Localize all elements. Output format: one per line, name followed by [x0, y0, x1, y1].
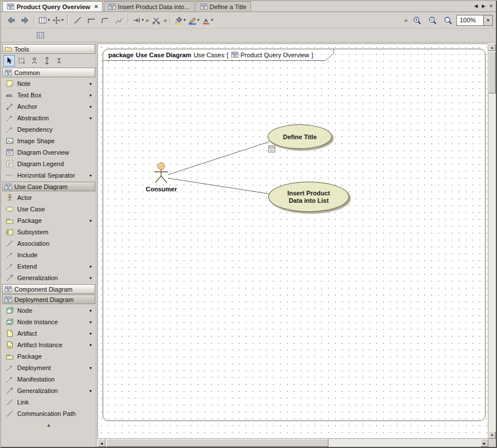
chevron-down-icon[interactable]: ▾ — [89, 104, 92, 109]
drag-mode-button[interactable]: ▾ — [51, 14, 65, 26]
zoom-out-button[interactable] — [425, 14, 439, 26]
previous-tab-button[interactable]: ◀ — [474, 3, 478, 9]
zoom-fit-button[interactable] — [441, 14, 455, 26]
usecase-define-title[interactable]: Define Title — [268, 124, 332, 149]
palette-item-link[interactable]: Link — [2, 396, 95, 408]
forward-button[interactable] — [18, 14, 32, 26]
palette-item-node[interactable]: Node▾ — [2, 305, 95, 316]
palette-item-actor[interactable]: Actor — [2, 192, 95, 203]
palette-item-image-shape[interactable]: Image Shape — [2, 135, 95, 147]
overflow-chevron[interactable]: » — [146, 17, 149, 23]
chevron-down-icon[interactable]: ▾ — [89, 173, 92, 178]
palette-item-generalization[interactable]: Generalization▾ — [2, 272, 95, 284]
zoom-level-combobox[interactable]: 100% ▼ — [456, 15, 493, 26]
palette-item-deployment[interactable]: Deployment▾ — [2, 362, 95, 374]
chevron-down-icon[interactable]: ▾ — [89, 218, 92, 223]
rectilinear-path-button[interactable] — [84, 14, 98, 26]
scroll-down-arrow[interactable]: ▼ — [488, 431, 496, 439]
palette-item-label: Package — [17, 353, 42, 360]
people-tool-button[interactable] — [29, 55, 40, 66]
diagram-canvas[interactable]: package Use Case Diagram Use Cases [ Pro… — [97, 44, 488, 439]
palette-item-use-case[interactable]: Use Case — [2, 203, 95, 215]
palette-item-extend[interactable]: Extend▾ — [2, 261, 95, 272]
vertical-scrollbar-thumb[interactable] — [488, 52, 496, 93]
scroll-left-arrow[interactable]: ◀ — [97, 439, 105, 447]
overflow-chevron[interactable]: » — [404, 17, 408, 23]
chevron-down-icon[interactable]: ▾ — [89, 308, 92, 313]
chevron-down-icon[interactable]: ▾ — [89, 81, 92, 87]
palette-section-component-diagram[interactable]: Component Diagram — [2, 284, 95, 294]
palette-item-diagram-legend[interactable]: Diagram Legend — [2, 158, 95, 170]
oblique-path-button[interactable] — [71, 14, 84, 26]
palette-item-dependency[interactable]: Dependency — [2, 124, 95, 135]
next-tab-button[interactable]: ▶ — [482, 3, 485, 9]
chevron-down-icon: ▾ — [48, 18, 50, 22]
font-color-button[interactable]: A▾ — [201, 14, 214, 26]
palette-collapse-button[interactable]: ▲ — [29, 422, 69, 428]
palette-item-package[interactable]: Package▾ — [2, 215, 95, 226]
close-tab-icon[interactable]: × — [94, 3, 97, 10]
usecase-insert-product-data[interactable]: Insert Product Data into List — [268, 182, 349, 212]
palette-item-node-instance[interactable]: Node Instance▾ — [2, 316, 95, 328]
custom-path-button[interactable] — [112, 14, 126, 26]
dependency-tool-button[interactable]: ▾ — [131, 14, 145, 26]
palette-item-note[interactable]: Note▾ — [2, 78, 95, 89]
palette-item-communication-path[interactable]: Communication Path — [2, 408, 95, 419]
select-tool-button[interactable] — [3, 55, 15, 66]
overflow-chevron[interactable]: » — [164, 17, 167, 23]
vertical-scrollbar[interactable]: ▲ ▼ — [488, 44, 496, 439]
chevron-down-icon[interactable]: ▾ — [89, 331, 92, 336]
chevron-down-icon[interactable]: ▼ — [483, 15, 492, 25]
actor-consumer[interactable] — [153, 162, 169, 184]
zoom-in-button[interactable] — [410, 14, 424, 26]
swimlanes-button[interactable]: ▾ — [37, 14, 51, 26]
tab-product-query-overview[interactable]: Product Query Overview × — [2, 1, 103, 11]
frame-close-bracket: ] — [311, 52, 313, 58]
back-button[interactable] — [4, 14, 18, 26]
commpath-icon — [6, 410, 14, 418]
palette-section-use-case-diagram[interactable]: Use Case Diagram — [2, 182, 95, 191]
chevron-down-icon[interactable]: ▾ — [89, 264, 92, 269]
close-all-tabs-button[interactable]: × — [490, 3, 493, 9]
tab-insert-product-data[interactable]: Insert Product Data into... — [104, 1, 194, 11]
palette-item-package[interactable]: Package — [2, 351, 95, 362]
align-tool-button[interactable] — [41, 55, 53, 66]
rounded-path-button[interactable] — [98, 14, 112, 26]
linked-diagram-badge[interactable] — [268, 146, 276, 153]
horizontal-scrollbar[interactable]: ◀ ▶ — [97, 439, 488, 447]
zoom-level-value: 100% — [460, 17, 476, 23]
palette-item-artifact[interactable]: Artifact▾ — [2, 328, 95, 339]
chevron-down-icon[interactable]: ▾ — [89, 276, 92, 281]
chevron-down-icon[interactable]: ▾ — [89, 366, 92, 371]
summary-tool-button[interactable]: Σ — [54, 55, 65, 66]
diagram-elements-button[interactable] — [33, 29, 47, 42]
palette-item-include[interactable]: Include — [2, 249, 95, 261]
palette-item-subsystem[interactable]: Subsystem — [2, 226, 95, 238]
palette-item-manifestation[interactable]: Manifestation — [2, 374, 95, 385]
palette-section-tools[interactable]: Tools — [2, 44, 95, 54]
palette-item-diagram-overview[interactable]: Diagram Overview — [2, 147, 95, 158]
chevron-down-icon[interactable]: ▾ — [89, 116, 92, 121]
palette-item-association[interactable]: Association — [2, 238, 95, 249]
palette-item-text-box[interactable]: abcText Box▾ — [2, 89, 95, 101]
chevron-down-icon[interactable]: ▾ — [89, 93, 92, 98]
palette-item-artifact-instance[interactable]: Artifact Instance▾ — [2, 339, 95, 351]
line-color-button[interactable]: ▾ — [187, 14, 201, 26]
scroll-up-arrow[interactable]: ▲ — [488, 44, 496, 51]
marquee-select-button[interactable] — [16, 55, 28, 66]
palette-item-horizontal-separator[interactable]: Horizontal Separator▾ — [2, 170, 95, 181]
chevron-down-icon[interactable]: ▾ — [89, 343, 92, 348]
fill-color-button[interactable]: ▾ — [173, 14, 187, 26]
palette-section-common[interactable]: Common — [2, 68, 95, 77]
scroll-right-arrow[interactable]: ▶ — [480, 439, 488, 447]
palette-section-deployment-diagram[interactable]: Deployment Diagram — [2, 294, 95, 304]
chevron-down-icon[interactable]: ▾ — [89, 320, 92, 325]
tab-define-a-title[interactable]: Define a Title — [195, 1, 251, 11]
split-button[interactable] — [150, 14, 163, 26]
palette-item-abstraction[interactable]: Abstraction▾ — [2, 112, 95, 124]
chevron-down-icon[interactable]: ▾ — [89, 388, 92, 394]
chevron-down-icon: ▾ — [197, 18, 199, 22]
horizontal-scrollbar-thumb[interactable] — [106, 439, 328, 447]
palette-item-anchor[interactable]: Anchor▾ — [2, 101, 95, 112]
palette-item-generalization[interactable]: Generalization▾ — [2, 385, 95, 396]
